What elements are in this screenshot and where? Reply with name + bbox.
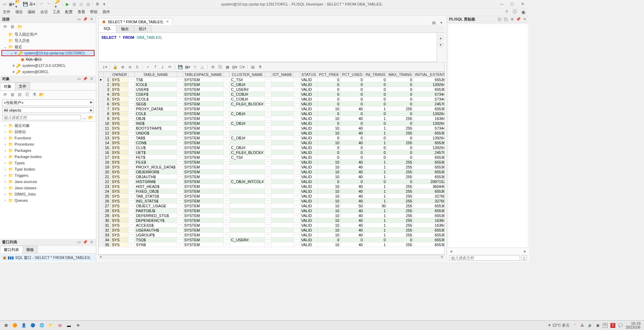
obj-tree-item[interactable]: ›📁回收站 (0, 129, 96, 135)
tree-active-connection[interactable]: ⌄≡🔑system@10.tcp.cpolar.top:12917/ORCL (1, 50, 95, 56)
save-icon[interactable]: 💾 (22, 1, 28, 7)
gt-save-icon[interactable]: 💾 (177, 64, 184, 70)
table-row[interactable]: 24SYS⋯FIXED_OBJ$⋯SYSTEM⋯⋯⋯VALID104012556… (99, 189, 445, 194)
maximize-button[interactable]: ▢ (509, 2, 515, 6)
table-row[interactable]: 33SYS⋯UGROUP$⋯SYSTEM⋯⋯⋯VALID104012556553… (99, 233, 445, 237)
add-icon[interactable]: ⊞ (9, 24, 16, 30)
tab-layout-button[interactable]: ▤ (431, 20, 437, 25)
obj-tree-item[interactable]: ›📁Triggers (0, 172, 96, 179)
wl-close-button[interactable]: ✕ (89, 240, 94, 244)
obj-tree-item[interactable]: ›📁Queues (0, 197, 96, 203)
new-tab-icon[interactable]: ▣▾ (8, 1, 15, 7)
table-row[interactable]: 14SYS⋯CON$⋯SYSTEM⋯⋯⋯VALID104012556553610… (99, 140, 445, 145)
clip-close-button[interactable]: ✕ (522, 17, 527, 21)
clipboard-search-button[interactable]: ▯ (521, 255, 527, 261)
table-row[interactable]: 29SYS⋯DEFERRED_STG$⋯SYSTEM⋯⋯⋯VALID104012… (99, 213, 445, 218)
tab-objects[interactable]: 对象 (0, 82, 15, 90)
obj-add-icon[interactable]: ⊞ (9, 92, 16, 98)
gt-first-icon[interactable]: ⤒ (152, 64, 158, 70)
obj-tree-item[interactable]: ›📁Type bodies (0, 166, 96, 172)
obj-tree-item[interactable]: ›📁Types (0, 160, 96, 166)
gt-dup-icon[interactable]: ⎘ (134, 64, 140, 70)
tab-winlist[interactable]: 窗口列表 (0, 246, 23, 253)
gt-add-icon[interactable]: ⊕ (119, 64, 126, 70)
clip-paste-icon[interactable]: ⿻ (503, 17, 508, 21)
menu-file[interactable]: 文件 (3, 9, 10, 15)
break-icon[interactable]: ▦ (85, 1, 91, 7)
tab-close-icon[interactable]: ✕ (166, 19, 169, 24)
gt-down-icon[interactable]: △ (199, 64, 205, 70)
obj-filter-icon[interactable]: ⚗ (31, 92, 37, 98)
table-row[interactable]: 6SYS⋯SEG$⋯SYSTEM⋯C_FILE#_BLOCK#⋯⋯VALID00… (99, 102, 445, 106)
clip-left-icon[interactable]: ◄ (449, 249, 453, 253)
obj-tree-item[interactable]: ›📁Package bodies (0, 154, 96, 160)
scope-select[interactable]: All objects▾ (2, 107, 94, 113)
table-row[interactable]: 22SYS⋯HISTGRM$⋯SYSTEM⋯C_OBJ#_INTCOL#⋯⋯VA… (99, 179, 445, 184)
menu-project[interactable]: 项目 (15, 9, 23, 15)
table-row[interactable]: 8SYS⋯COL$⋯SYSTEM⋯C_OBJ#⋯⋯VALID0000139264… (99, 111, 445, 116)
table-row[interactable]: 27SYS⋯OBJECT_USAGE⋯SYSTEM⋯⋯⋯VALID1050302… (99, 203, 445, 208)
clipboard-search-input[interactable] (449, 255, 520, 261)
gt-grid-icon[interactable]: ▦ (224, 64, 231, 70)
gt-link-icon[interactable]: ⧉ (210, 64, 216, 70)
menu-session[interactable]: 会话 (40, 9, 48, 15)
clip-right-icon[interactable]: ► (523, 249, 527, 253)
undo-icon[interactable]: ↶ (38, 1, 45, 7)
clip-clear-icon[interactable]: ⊗ (510, 17, 515, 21)
winlist-item[interactable]: ▣ ▮▮▮ SQL 窗口 - SELECT * FROM DBA_TABLES; (0, 254, 96, 261)
obj-tree-item[interactable]: ›📁Java classes (0, 185, 96, 191)
table-row[interactable]: 25SYS⋯TAB_STATS$⋯SYSTEM⋯⋯⋯VALID104012553… (99, 194, 445, 199)
table-row[interactable]: 34SYS⋯TSQ$⋯SYSTEM⋯C_USER#⋯⋯VALID00006553… (99, 237, 445, 242)
obj-float-button[interactable]: ▭ (77, 77, 81, 81)
table-row[interactable]: 18SYS⋯FILE$⋯SYSTEM⋯⋯⋯VALID10401255655361… (99, 160, 445, 165)
obj-refresh-icon[interactable]: ⟳ (2, 92, 8, 98)
tree-conn-1[interactable]: ≡🔑system@127.0.0.1/ORCL (0, 62, 96, 69)
panel-pin-button[interactable]: 📌 (83, 17, 88, 21)
obj-open-icon[interactable]: 📂 (38, 92, 45, 98)
document-tab[interactable]: ▣ SELECT * FROM DBA_TABLES; ✕ (98, 18, 173, 25)
table-row[interactable]: 2SYS⋯ICOL$⋯SYSTEM⋯C_OBJ#⋯⋯VALID000013926… (99, 82, 445, 87)
menu-view[interactable]: 查看 (78, 9, 85, 15)
tree-import-fixed[interactable]: 📁导入固定用户 (0, 31, 96, 37)
run-icon[interactable]: ▶ (64, 1, 70, 7)
table-row[interactable]: 32SYS⋯USERAUTH$⋯SYSTEM⋯⋯⋯VALID1040125565… (99, 228, 445, 233)
table-row[interactable]: 16SYS⋯UET$⋯SYSTEM⋯C_FILE#_BLOCK#⋯⋯VALID0… (99, 150, 445, 155)
table-row[interactable]: 26SYS⋯IND_STATS$⋯SYSTEM⋯⋯⋯VALID104012553… (99, 199, 445, 203)
table-row[interactable]: 30SYS⋯DEPENDENCY$⋯SYSTEM⋯⋯⋯VALID10401255… (99, 218, 445, 223)
obj-tree-icon[interactable]: ☷ (24, 92, 30, 98)
obj-search-browse[interactable]: 📂 (88, 114, 94, 121)
obj-tree-item[interactable]: ›📁Functions (0, 135, 96, 141)
open-icon[interactable]: 📂▾ (15, 1, 21, 7)
table-row[interactable]: 28SYS⋯PARTOBJ$⋯SYSTEM⋯⋯⋯VALID10401255655… (99, 208, 445, 213)
obj-tree-item[interactable]: ›📁Procedures (0, 141, 96, 147)
redo-icon[interactable]: ↷ (45, 1, 52, 7)
panel-float-button[interactable]: ▭ (77, 17, 81, 21)
table-row[interactable]: 12SYS⋯UNDO$⋯SYSTEM⋯⋯⋯VALID10401255655361… (99, 131, 445, 136)
menu-plugin[interactable]: 插件 (102, 9, 110, 15)
menu-tools[interactable]: 工具 (53, 9, 60, 15)
gt-filter-icon[interactable]: ⚗ (257, 64, 263, 70)
tab-templates[interactable]: 模板 (23, 246, 38, 253)
gt-view-icon[interactable]: ▤ (250, 64, 256, 70)
table-row[interactable]: 17SYS⋯FET$⋯SYSTEM⋯C_TS#⋯⋯VALID0000655361… (99, 155, 445, 160)
obj-tree-item[interactable]: ›📁DBMS_Jobs (0, 191, 96, 197)
clip-pin-button[interactable]: 📌 (516, 17, 521, 21)
menu-help[interactable]: 帮助 (90, 9, 98, 15)
table-row[interactable]: 9SYS⋯OBJ$⋯SYSTEM⋯⋯⋯VALID1040125516384106… (99, 116, 445, 121)
new-icon[interactable]: ▭ (1, 1, 8, 7)
subtab-output[interactable]: 输出 (116, 25, 134, 33)
editor-down-button[interactable]: ▼ (438, 42, 444, 47)
wl-float-button[interactable]: ▭ (77, 240, 81, 244)
gt-cols-icon[interactable]: ☷▾ (239, 64, 245, 70)
editor-up-button[interactable]: ▲ (438, 35, 444, 41)
tab-files[interactable]: 文件 (15, 82, 30, 90)
menu-edit[interactable]: 编辑 (28, 9, 35, 15)
clip-copy-icon[interactable]: ⿻ (497, 17, 502, 21)
obj-tree-item[interactable]: ›📁Packages (0, 147, 96, 154)
gt-chart-icon[interactable]: ▥▾ (232, 64, 238, 70)
gt-up-icon[interactable]: ▽ (192, 64, 198, 70)
gt-last-icon[interactable]: ⤓ (159, 64, 166, 70)
table-row[interactable]: 10SYS⋯IND$⋯SYSTEM⋯C_OBJ#⋯⋯VALID000013926… (99, 121, 445, 126)
table-row[interactable]: ▸1SYS⋯TS$⋯SYSTEM⋯C_TS#⋯⋯VALID00006553610… (99, 77, 445, 82)
tab-dropdown-button[interactable]: ▾ (438, 20, 445, 25)
